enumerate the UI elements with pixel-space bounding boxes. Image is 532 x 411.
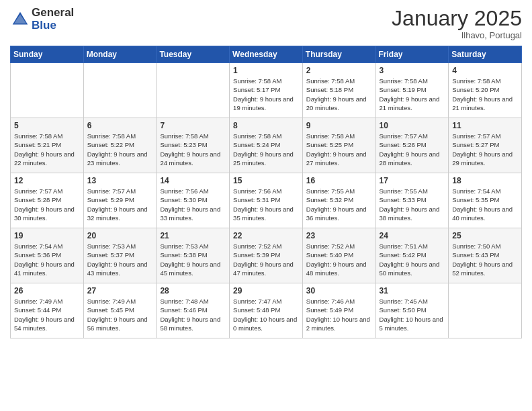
- day-info: Sunrise: 7:58 AM Sunset: 5:17 PM Dayligh…: [233, 77, 299, 112]
- day-info: Sunrise: 7:58 AM Sunset: 5:19 PM Dayligh…: [380, 77, 445, 112]
- weekday-header-wednesday: Wednesday: [230, 46, 303, 63]
- logo-general-text: General: [32, 7, 74, 19]
- day-number: 19: [14, 231, 80, 240]
- calendar-cell: 19Sunrise: 7:54 AM Sunset: 5:36 PM Dayli…: [11, 228, 84, 283]
- day-info: Sunrise: 7:47 AM Sunset: 5:48 PM Dayligh…: [233, 297, 299, 332]
- calendar-cell: 27Sunrise: 7:49 AM Sunset: 5:45 PM Dayli…: [83, 283, 157, 338]
- weekday-header-sunday: Sunday: [11, 46, 84, 63]
- day-number: 30: [306, 286, 372, 295]
- day-info: Sunrise: 7:58 AM Sunset: 5:24 PM Dayligh…: [233, 132, 299, 167]
- day-number: 7: [160, 121, 226, 130]
- calendar-cell: 4Sunrise: 7:58 AM Sunset: 5:20 PM Daylig…: [449, 63, 522, 118]
- weekday-header-friday: Friday: [375, 46, 449, 63]
- day-number: 21: [160, 231, 226, 240]
- calendar-cell: 28Sunrise: 7:48 AM Sunset: 5:46 PM Dayli…: [157, 283, 230, 338]
- day-number: 20: [87, 231, 153, 240]
- day-info: Sunrise: 7:58 AM Sunset: 5:20 PM Dayligh…: [452, 77, 518, 112]
- day-number: 9: [306, 121, 372, 130]
- day-info: Sunrise: 7:52 AM Sunset: 5:39 PM Dayligh…: [233, 242, 299, 277]
- day-info: Sunrise: 7:49 AM Sunset: 5:44 PM Dayligh…: [14, 297, 80, 332]
- calendar-cell: [157, 63, 230, 118]
- calendar-cell: 29Sunrise: 7:47 AM Sunset: 5:48 PM Dayli…: [230, 283, 303, 338]
- week-row-1: 1Sunrise: 7:58 AM Sunset: 5:17 PM Daylig…: [11, 63, 522, 118]
- logo-text: General Blue: [32, 7, 74, 32]
- day-info: Sunrise: 7:54 AM Sunset: 5:36 PM Dayligh…: [14, 242, 80, 277]
- logo-blue-text: Blue: [32, 19, 74, 32]
- calendar-cell: 17Sunrise: 7:55 AM Sunset: 5:33 PM Dayli…: [375, 173, 449, 228]
- day-number: 10: [380, 121, 445, 130]
- day-info: Sunrise: 7:58 AM Sunset: 5:21 PM Dayligh…: [14, 132, 80, 167]
- calendar-cell: [83, 63, 157, 118]
- day-number: 1: [233, 66, 299, 75]
- day-info: Sunrise: 7:55 AM Sunset: 5:33 PM Dayligh…: [380, 187, 445, 222]
- calendar-cell: 18Sunrise: 7:54 AM Sunset: 5:35 PM Dayli…: [449, 173, 522, 228]
- day-info: Sunrise: 7:54 AM Sunset: 5:35 PM Dayligh…: [452, 187, 518, 222]
- calendar-cell: 12Sunrise: 7:57 AM Sunset: 5:28 PM Dayli…: [11, 173, 84, 228]
- day-number: 6: [87, 121, 153, 130]
- day-number: 28: [160, 286, 226, 295]
- calendar-cell: 16Sunrise: 7:55 AM Sunset: 5:32 PM Dayli…: [302, 173, 375, 228]
- calendar-cell: 24Sunrise: 7:51 AM Sunset: 5:42 PM Dayli…: [375, 228, 449, 283]
- day-info: Sunrise: 7:56 AM Sunset: 5:30 PM Dayligh…: [160, 187, 226, 222]
- day-info: Sunrise: 7:56 AM Sunset: 5:31 PM Dayligh…: [233, 187, 299, 222]
- calendar-cell: 15Sunrise: 7:56 AM Sunset: 5:31 PM Dayli…: [230, 173, 303, 228]
- day-info: Sunrise: 7:52 AM Sunset: 5:40 PM Dayligh…: [306, 242, 372, 277]
- day-info: Sunrise: 7:57 AM Sunset: 5:26 PM Dayligh…: [380, 132, 445, 167]
- calendar-cell: 5Sunrise: 7:58 AM Sunset: 5:21 PM Daylig…: [11, 118, 84, 173]
- day-info: Sunrise: 7:57 AM Sunset: 5:27 PM Dayligh…: [452, 132, 518, 167]
- calendar-cell: 11Sunrise: 7:57 AM Sunset: 5:27 PM Dayli…: [449, 118, 522, 173]
- day-number: 29: [233, 286, 299, 295]
- calendar-cell: [11, 63, 84, 118]
- calendar-cell: 8Sunrise: 7:58 AM Sunset: 5:24 PM Daylig…: [230, 118, 303, 173]
- calendar-cell: 10Sunrise: 7:57 AM Sunset: 5:26 PM Dayli…: [375, 118, 449, 173]
- calendar-cell: 3Sunrise: 7:58 AM Sunset: 5:19 PM Daylig…: [375, 63, 449, 118]
- calendar-cell: 14Sunrise: 7:56 AM Sunset: 5:30 PM Dayli…: [157, 173, 230, 228]
- calendar-cell: 2Sunrise: 7:58 AM Sunset: 5:18 PM Daylig…: [302, 63, 375, 118]
- logo: General Blue: [10, 7, 74, 32]
- day-number: 22: [233, 231, 299, 240]
- day-number: 11: [452, 121, 518, 130]
- day-number: 17: [380, 176, 445, 185]
- day-info: Sunrise: 7:57 AM Sunset: 5:29 PM Dayligh…: [87, 187, 153, 222]
- day-number: 13: [87, 176, 153, 185]
- calendar-cell: 9Sunrise: 7:58 AM Sunset: 5:25 PM Daylig…: [302, 118, 375, 173]
- day-number: 14: [160, 176, 226, 185]
- calendar-cell: 6Sunrise: 7:58 AM Sunset: 5:22 PM Daylig…: [83, 118, 157, 173]
- calendar-table: SundayMondayTuesdayWednesdayThursdayFrid…: [10, 46, 522, 338]
- day-info: Sunrise: 7:57 AM Sunset: 5:28 PM Dayligh…: [14, 187, 80, 222]
- page: General Blue January 2025 Ilhavo, Portug…: [0, 0, 532, 411]
- day-info: Sunrise: 7:50 AM Sunset: 5:43 PM Dayligh…: [452, 242, 518, 277]
- calendar-cell: 1Sunrise: 7:58 AM Sunset: 5:17 PM Daylig…: [230, 63, 303, 118]
- weekday-header-saturday: Saturday: [449, 46, 522, 63]
- day-number: 24: [380, 231, 445, 240]
- week-row-4: 19Sunrise: 7:54 AM Sunset: 5:36 PM Dayli…: [11, 228, 522, 283]
- day-info: Sunrise: 7:58 AM Sunset: 5:22 PM Dayligh…: [87, 132, 153, 167]
- calendar-cell: 13Sunrise: 7:57 AM Sunset: 5:29 PM Dayli…: [83, 173, 157, 228]
- day-number: 23: [306, 231, 372, 240]
- day-info: Sunrise: 7:49 AM Sunset: 5:45 PM Dayligh…: [87, 297, 153, 332]
- day-info: Sunrise: 7:53 AM Sunset: 5:38 PM Dayligh…: [160, 242, 226, 277]
- week-row-3: 12Sunrise: 7:57 AM Sunset: 5:28 PM Dayli…: [11, 173, 522, 228]
- day-info: Sunrise: 7:53 AM Sunset: 5:37 PM Dayligh…: [87, 242, 153, 277]
- day-number: 5: [14, 121, 80, 130]
- calendar-cell: 21Sunrise: 7:53 AM Sunset: 5:38 PM Dayli…: [157, 228, 230, 283]
- day-number: 12: [14, 176, 80, 185]
- day-info: Sunrise: 7:58 AM Sunset: 5:23 PM Dayligh…: [160, 132, 226, 167]
- location-subtitle: Ilhavo, Portugal: [392, 30, 522, 40]
- day-info: Sunrise: 7:51 AM Sunset: 5:42 PM Dayligh…: [380, 242, 445, 277]
- weekday-header-monday: Monday: [83, 46, 157, 63]
- day-info: Sunrise: 7:46 AM Sunset: 5:49 PM Dayligh…: [306, 297, 372, 332]
- day-info: Sunrise: 7:55 AM Sunset: 5:32 PM Dayligh…: [306, 187, 372, 222]
- day-number: 27: [87, 286, 153, 295]
- day-info: Sunrise: 7:58 AM Sunset: 5:18 PM Dayligh…: [306, 77, 372, 112]
- day-info: Sunrise: 7:45 AM Sunset: 5:50 PM Dayligh…: [380, 297, 445, 332]
- day-number: 16: [306, 176, 372, 185]
- logo-icon: [10, 9, 30, 30]
- title-section: January 2025 Ilhavo, Portugal: [392, 7, 522, 40]
- calendar-cell: [449, 283, 522, 338]
- weekday-header-row: SundayMondayTuesdayWednesdayThursdayFrid…: [11, 46, 522, 63]
- calendar-cell: 22Sunrise: 7:52 AM Sunset: 5:39 PM Dayli…: [230, 228, 303, 283]
- calendar-cell: 23Sunrise: 7:52 AM Sunset: 5:40 PM Dayli…: [302, 228, 375, 283]
- weekday-header-thursday: Thursday: [302, 46, 375, 63]
- day-number: 3: [380, 66, 445, 75]
